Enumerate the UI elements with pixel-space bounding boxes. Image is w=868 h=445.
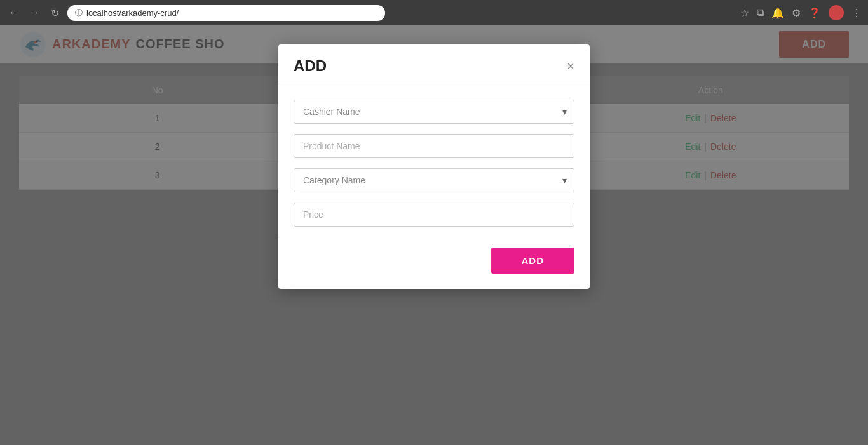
settings-icon[interactable]: ⚙ xyxy=(792,7,801,19)
forward-button[interactable]: → xyxy=(27,7,42,18)
modal-overlay: ADD × Cashier Name Category Name A xyxy=(0,25,868,445)
alert-icon[interactable]: 🔔 xyxy=(771,7,784,19)
price-input[interactable] xyxy=(294,203,574,227)
category-select[interactable]: Category Name xyxy=(294,168,574,192)
browser-icons: ☆ ⧉ 🔔 ⚙ ❓ ⋮ xyxy=(740,5,862,20)
modal-header: ADD × xyxy=(278,44,590,84)
profile-avatar[interactable] xyxy=(829,5,844,20)
address-bar[interactable]: ⓘ localhost/arkademy-crud/ xyxy=(67,5,385,21)
modal-add-button[interactable]: ADD xyxy=(491,248,575,274)
modal-body: Cashier Name Category Name xyxy=(278,84,590,237)
extensions-icon[interactable]: ⧉ xyxy=(757,7,764,18)
lock-icon: ⓘ xyxy=(75,8,83,18)
product-name-input[interactable] xyxy=(294,134,574,158)
url-text: localhost/arkademy-crud/ xyxy=(86,8,179,18)
modal-footer: ADD xyxy=(278,237,590,289)
help-icon[interactable]: ❓ xyxy=(808,7,821,19)
category-select-wrapper: Category Name xyxy=(294,168,574,192)
star-icon[interactable]: ☆ xyxy=(740,7,749,19)
browser-chrome: ← → ↻ ⓘ localhost/arkademy-crud/ ☆ ⧉ 🔔 ⚙… xyxy=(0,0,868,25)
cashier-select-wrapper: Cashier Name xyxy=(294,100,574,124)
menu-icon[interactable]: ⋮ xyxy=(851,7,862,19)
modal-title: ADD xyxy=(294,57,327,75)
cashier-select[interactable]: Cashier Name xyxy=(294,100,574,124)
add-modal: ADD × Cashier Name Category Name A xyxy=(278,44,590,289)
back-button[interactable]: ← xyxy=(6,7,22,18)
page-background: ARKADEMY COFFEE SHO ADD No Cashier Actio… xyxy=(0,25,868,445)
modal-close-button[interactable]: × xyxy=(567,60,574,72)
refresh-button[interactable]: ↻ xyxy=(47,7,62,19)
